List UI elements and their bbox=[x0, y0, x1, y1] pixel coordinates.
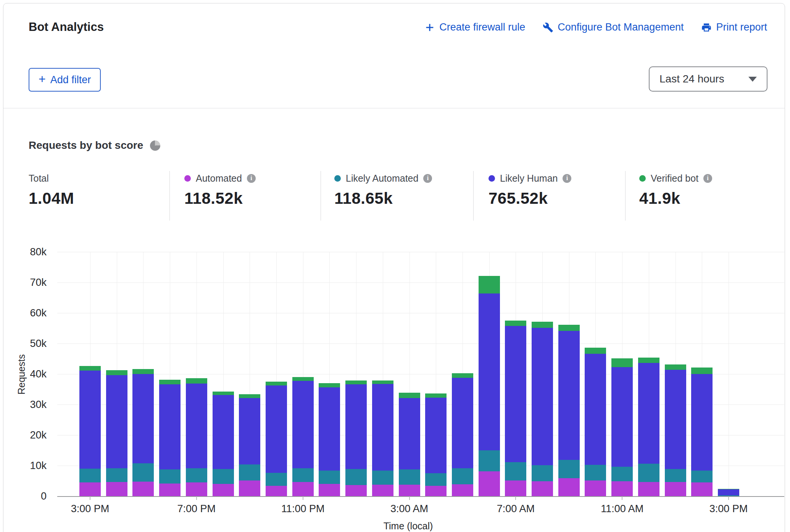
bar-segment-verified-bot[interactable] bbox=[452, 373, 473, 378]
bar-segment-likely-automated[interactable] bbox=[132, 463, 154, 482]
bar-segment-verified-bot[interactable] bbox=[532, 322, 553, 328]
bar-segment-likely-automated[interactable] bbox=[425, 473, 447, 486]
bar-segment-likely-human[interactable] bbox=[399, 398, 420, 469]
bar-segment-verified-bot[interactable] bbox=[266, 382, 287, 385]
bar-1000pm[interactable] bbox=[266, 382, 287, 497]
bar-segment-automated[interactable] bbox=[239, 480, 260, 497]
bar-segment-likely-automated[interactable] bbox=[239, 464, 260, 480]
bar-segment-verified-bot[interactable] bbox=[611, 358, 633, 367]
bar-segment-likely-human[interactable] bbox=[159, 384, 181, 469]
bar-1100pm[interactable] bbox=[292, 377, 314, 497]
bar-500pm[interactable] bbox=[132, 369, 154, 497]
bar-segment-likely-human[interactable] bbox=[452, 378, 473, 468]
bar-500am[interactable] bbox=[452, 373, 473, 497]
bar-segment-verified-bot[interactable] bbox=[665, 364, 686, 370]
bar-segment-likely-human[interactable] bbox=[186, 384, 207, 468]
bar-segment-likely-automated[interactable] bbox=[505, 462, 526, 480]
bar-segment-verified-bot[interactable] bbox=[372, 380, 393, 384]
bar-segment-likely-human[interactable] bbox=[638, 363, 659, 464]
info-icon[interactable]: i bbox=[563, 174, 571, 183]
bar-segment-likely-automated[interactable] bbox=[452, 468, 473, 485]
bar-1200pm[interactable] bbox=[638, 358, 659, 497]
bar-segment-verified-bot[interactable] bbox=[345, 380, 367, 384]
bar-segment-automated[interactable] bbox=[611, 481, 633, 497]
bar-200am[interactable] bbox=[372, 380, 393, 497]
bar-600pm[interactable] bbox=[159, 380, 181, 497]
bar-1000am[interactable] bbox=[585, 348, 606, 497]
bar-segment-likely-human[interactable] bbox=[558, 331, 580, 460]
bar-segment-automated[interactable] bbox=[505, 480, 526, 497]
bar-segment-likely-human[interactable] bbox=[425, 398, 447, 473]
bar-segment-verified-bot[interactable] bbox=[638, 358, 659, 363]
bar-segment-automated[interactable] bbox=[79, 482, 101, 497]
bar-segment-likely-automated[interactable] bbox=[106, 468, 127, 482]
bar-segment-likely-human[interactable] bbox=[319, 387, 340, 471]
bar-segment-automated[interactable] bbox=[159, 484, 181, 497]
bar-segment-likely-human[interactable] bbox=[372, 384, 393, 471]
bar-segment-likely-human[interactable] bbox=[585, 354, 606, 464]
bar-segment-likely-human[interactable] bbox=[532, 328, 553, 465]
bar-segment-likely-automated[interactable] bbox=[558, 460, 580, 478]
bar-segment-likely-automated[interactable] bbox=[186, 468, 207, 483]
bar-400am[interactable] bbox=[425, 393, 447, 497]
bar-segment-verified-bot[interactable] bbox=[558, 325, 580, 331]
bar-segment-automated[interactable] bbox=[345, 485, 367, 497]
bar-segment-automated[interactable] bbox=[691, 482, 713, 497]
bar-200pm[interactable] bbox=[691, 368, 713, 497]
bar-segment-likely-automated[interactable] bbox=[292, 468, 314, 482]
bar-segment-automated[interactable] bbox=[479, 471, 500, 497]
bar-segment-automated[interactable] bbox=[213, 484, 234, 497]
bar-700am[interactable] bbox=[505, 321, 526, 497]
bar-400pm[interactable] bbox=[106, 370, 127, 497]
bar-segment-automated[interactable] bbox=[372, 485, 393, 497]
bar-segment-verified-bot[interactable] bbox=[213, 392, 234, 395]
bar-segment-likely-automated[interactable] bbox=[691, 471, 713, 482]
bar-segment-automated[interactable] bbox=[638, 482, 659, 497]
bar-segment-likely-human[interactable] bbox=[345, 384, 367, 469]
print-report-link[interactable]: Print report bbox=[701, 21, 767, 33]
bar-segment-likely-automated[interactable] bbox=[665, 469, 686, 482]
bar-segment-automated[interactable] bbox=[425, 486, 447, 497]
bar-segment-verified-bot[interactable] bbox=[106, 370, 127, 375]
bar-segment-verified-bot[interactable] bbox=[691, 368, 713, 374]
create-firewall-rule-link[interactable]: Create firewall rule bbox=[424, 21, 525, 33]
configure-bot-management-link[interactable]: Configure Bot Management bbox=[543, 21, 684, 33]
bar-segment-automated[interactable] bbox=[266, 486, 287, 497]
bar-segment-likely-automated[interactable] bbox=[319, 471, 340, 484]
bar-300am[interactable] bbox=[399, 393, 420, 497]
bar-700pm[interactable] bbox=[186, 378, 207, 497]
info-icon[interactable]: i bbox=[703, 174, 712, 183]
bar-segment-likely-human[interactable] bbox=[691, 374, 713, 471]
bar-900am[interactable] bbox=[558, 325, 580, 497]
bar-segment-automated[interactable] bbox=[585, 480, 606, 497]
bar-segment-likely-human[interactable] bbox=[239, 398, 260, 464]
bar-800pm[interactable] bbox=[213, 392, 234, 497]
bar-segment-automated[interactable] bbox=[106, 482, 127, 497]
bar-segment-likely-automated[interactable] bbox=[532, 465, 553, 481]
bar-segment-likely-human[interactable] bbox=[718, 489, 739, 495]
bar-segment-verified-bot[interactable] bbox=[585, 348, 606, 354]
bar-segment-likely-human[interactable] bbox=[132, 374, 154, 463]
time-range-dropdown[interactable]: Last 24 hours bbox=[649, 66, 767, 92]
bar-segment-likely-automated[interactable] bbox=[213, 469, 234, 484]
bar-segment-likely-human[interactable] bbox=[266, 385, 287, 473]
bar-segment-automated[interactable] bbox=[319, 484, 340, 497]
bar-segment-automated[interactable] bbox=[452, 484, 473, 497]
bar-segment-automated[interactable] bbox=[665, 482, 686, 497]
bar-segment-likely-human[interactable] bbox=[479, 293, 500, 450]
bar-segment-verified-bot[interactable] bbox=[132, 369, 154, 374]
bar-segment-likely-human[interactable] bbox=[79, 371, 101, 469]
bar-segment-likely-human[interactable] bbox=[611, 367, 633, 467]
bar-900pm[interactable] bbox=[239, 394, 260, 497]
bar-segment-automated[interactable] bbox=[292, 482, 314, 497]
bar-segment-likely-automated[interactable] bbox=[611, 467, 633, 481]
bar-segment-likely-automated[interactable] bbox=[372, 471, 393, 485]
bar-segment-automated[interactable] bbox=[186, 482, 207, 497]
bar-300pm[interactable] bbox=[718, 489, 739, 497]
bar-100pm[interactable] bbox=[665, 364, 686, 497]
bar-segment-verified-bot[interactable] bbox=[479, 276, 500, 293]
bar-300pm[interactable] bbox=[79, 366, 101, 497]
bar-segment-likely-automated[interactable] bbox=[159, 469, 181, 484]
bar-segment-verified-bot[interactable] bbox=[399, 393, 420, 398]
bar-600am[interactable] bbox=[479, 276, 500, 497]
